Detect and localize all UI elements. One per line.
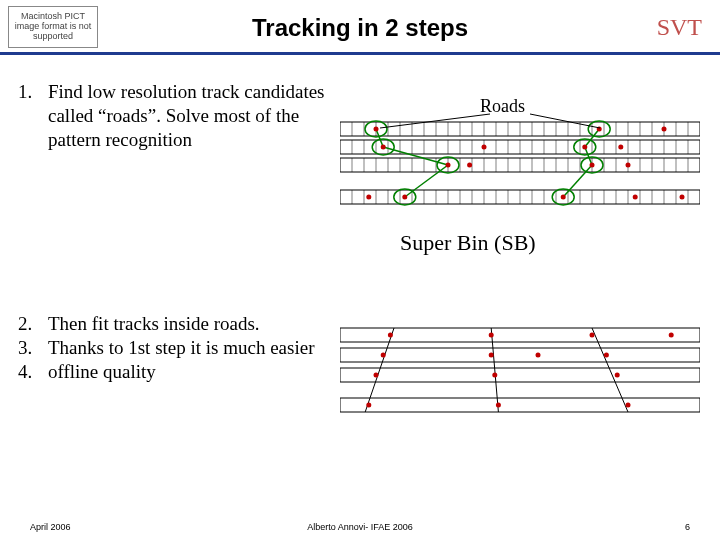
item-number: 1. [18, 80, 32, 104]
svg-point-167 [374, 373, 379, 378]
svg-point-168 [492, 373, 497, 378]
svg-point-144 [626, 163, 631, 168]
roads-diagram [340, 112, 700, 222]
item-text: Find low resolution track candidates cal… [48, 80, 328, 151]
svg-rect-153 [340, 348, 700, 362]
svg-point-147 [561, 195, 566, 200]
svg-rect-155 [340, 398, 700, 412]
superbin-label: Super Bin (SB) [400, 230, 536, 256]
svg-point-164 [489, 353, 494, 358]
svg-rect-154 [340, 368, 700, 382]
svg-point-163 [381, 353, 386, 358]
svg-point-141 [446, 163, 451, 168]
svg-point-138 [482, 145, 487, 150]
svg-point-136 [662, 127, 667, 132]
svg-point-172 [626, 403, 631, 408]
item-text: Thanks to 1st step it is much easier [48, 337, 314, 358]
footer-author: Alberto Annovi- IFAE 2006 [0, 522, 720, 532]
item-text: Then fit tracks inside roads. [48, 313, 260, 334]
item-text: offline quality [48, 361, 156, 382]
svg-point-146 [402, 195, 407, 200]
svg-point-171 [496, 403, 501, 408]
brand-label: SVT [657, 14, 702, 41]
svg-point-134 [374, 127, 379, 132]
svg-point-169 [615, 373, 620, 378]
svg-point-159 [388, 333, 393, 338]
svg-point-140 [618, 145, 623, 150]
svg-rect-152 [340, 328, 700, 342]
page-title: Tracking in 2 steps [0, 14, 720, 42]
svg-point-137 [381, 145, 386, 150]
svg-point-149 [680, 195, 685, 200]
list-item-1: 1. Find low resolution track candidates … [18, 80, 328, 151]
item-number: 4. [18, 360, 48, 384]
tracks-diagram [340, 320, 700, 430]
svg-point-142 [467, 163, 472, 168]
svg-point-145 [366, 195, 371, 200]
svg-point-139 [582, 145, 587, 150]
svg-point-162 [669, 333, 674, 338]
svg-point-148 [633, 195, 638, 200]
item-number: 2. [18, 312, 48, 336]
svg-point-143 [590, 163, 595, 168]
item-number: 3. [18, 336, 48, 360]
svg-point-166 [604, 353, 609, 358]
horizontal-rule [0, 52, 720, 55]
svg-point-170 [366, 403, 371, 408]
list-block-2: 2.Then fit tracks inside roads. 3.Thanks… [18, 312, 328, 383]
svg-point-161 [590, 333, 595, 338]
footer-page-number: 6 [685, 522, 690, 532]
svg-point-165 [536, 353, 541, 358]
svg-point-160 [489, 333, 494, 338]
